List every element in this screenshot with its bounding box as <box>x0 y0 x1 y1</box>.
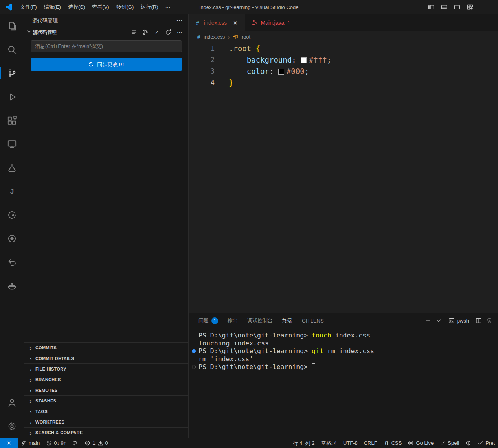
terminal-icon <box>448 317 455 324</box>
activity-bar-item-java[interactable]: J <box>0 179 24 203</box>
sidebar-section-tags[interactable]: ›TAGS <box>24 406 188 417</box>
sidebar-section-commits[interactable]: ›COMMITS <box>24 342 188 353</box>
braces-icon: {} <box>384 440 390 446</box>
close-icon[interactable]: × <box>231 18 239 27</box>
more-icon[interactable]: ··· <box>176 18 183 24</box>
status-branch[interactable]: main <box>18 438 43 448</box>
code-line: 3 color: #000; <box>189 66 498 77</box>
commit-message-input[interactable] <box>31 40 182 52</box>
menu-item-view[interactable]: 查看(V) <box>88 2 112 12</box>
status-language-mode-label: CSS <box>391 440 402 446</box>
graph-icon[interactable] <box>142 29 149 35</box>
layout-secondary-sidebar-icon[interactable] <box>454 4 460 10</box>
menu-item-go[interactable]: 转到(G) <box>113 2 138 12</box>
panel-tab-problems[interactable]: 问题1 <box>198 313 218 328</box>
more-icon[interactable]: ··· <box>176 29 183 35</box>
status-spell-checker[interactable]: Spell <box>437 438 462 448</box>
status-prettier[interactable]: Pret <box>474 438 498 448</box>
activity-bar-item-run-and-debug[interactable] <box>0 85 24 109</box>
status-encoding[interactable]: UTF-8 <box>340 438 361 448</box>
editor-tab-main-java[interactable]: Main.java1 <box>245 14 296 31</box>
split-terminal-icon[interactable] <box>476 317 482 324</box>
commit-check-icon[interactable]: ✓ <box>154 29 160 35</box>
sidebar-section-worktrees[interactable]: ›WORKTREES <box>24 417 188 427</box>
status-eol[interactable]: CRLF <box>361 438 380 448</box>
panel-tab-gitlens[interactable]: GITLENS <box>302 313 324 328</box>
breadcrumb-item-file[interactable]: #index.css <box>196 34 225 40</box>
java-file-icon <box>251 20 257 26</box>
sidebar-section-search-compare[interactable]: ›SEARCH & COMPARE <box>24 427 188 438</box>
sidebar-more-actions[interactable]: ··· <box>176 17 183 24</box>
vscode-logo-icon <box>5 3 13 11</box>
chevron-down-icon[interactable] <box>436 317 442 324</box>
docker-icon <box>7 281 17 291</box>
refresh-icon[interactable] <box>165 29 171 35</box>
menu-item-file[interactable]: 文件(F) <box>17 2 40 12</box>
activity-bar-item-search[interactable] <box>0 38 24 61</box>
status-cursor-position[interactable]: 行 4, 列 2 <box>290 438 318 448</box>
terminal[interactable]: PS D:\git\note\git-learning> touch index… <box>189 328 498 438</box>
trash-icon[interactable] <box>486 317 492 324</box>
line-number: 4 <box>189 77 215 88</box>
plus-icon[interactable] <box>425 317 431 324</box>
scm-section-header[interactable]: 源代码管理 ✓··· <box>24 28 188 37</box>
panel-tab-debug-console[interactable]: 调试控制台 <box>247 313 273 328</box>
menu-item-more[interactable]: ··· <box>162 3 174 12</box>
activity-bar-item-docker[interactable] <box>0 274 24 297</box>
activity-bar-item-source-control[interactable] <box>0 61 24 85</box>
status-source-control-graph[interactable] <box>69 438 81 448</box>
customize-layout-icon[interactable] <box>467 4 473 10</box>
sidebar-section-branches[interactable]: ›BRANCHES <box>24 374 188 385</box>
status-remote[interactable] <box>0 438 18 448</box>
status-go-live-label: Go Live <box>416 440 434 446</box>
sidebar-section-commit-details[interactable]: ›COMMIT DETAILS <box>24 353 188 363</box>
status-language-mode[interactable]: {}CSS <box>380 438 405 448</box>
activity-bar-item-timeline[interactable] <box>0 250 24 274</box>
layout-panel-icon[interactable] <box>441 4 447 10</box>
activity-bar-spacer <box>0 297 24 391</box>
status-go-live[interactable]: Go Live <box>405 438 437 448</box>
menu-item-selection[interactable]: 选择(S) <box>64 2 88 12</box>
status-prettier-label: Pret <box>485 440 495 446</box>
activity-bar-item-screencast[interactable] <box>0 227 24 250</box>
view-as-list-icon[interactable] <box>131 29 137 35</box>
color-swatch[interactable] <box>301 57 307 63</box>
activity-bar-item-testing[interactable] <box>0 156 24 179</box>
terminal-instance[interactable]: pwsh <box>448 317 469 324</box>
terminal-line: PS D:\git\note\git-learning> touch index… <box>198 332 498 339</box>
history-icon <box>7 257 17 267</box>
sidebar-section-stashes[interactable]: ›STASHES <box>24 395 188 406</box>
status-extension-indicator[interactable] <box>462 438 474 448</box>
panel-tab-terminal[interactable]: 终端 <box>282 313 292 328</box>
activity-bar-item-explorer[interactable] <box>0 14 24 38</box>
panel-tab-label: 问题 <box>198 317 209 324</box>
activity-bar-item-manage[interactable] <box>0 414 24 438</box>
sidebar-section-remotes[interactable]: ›REMOTES <box>24 385 188 395</box>
status-sync[interactable]: 0↓ 9↑ <box>43 438 69 448</box>
editor-tab-index-css[interactable]: #index.css× <box>189 14 245 31</box>
code-token <box>251 44 255 53</box>
activity-bar-item-gradle[interactable] <box>0 203 24 227</box>
menu-item-edit[interactable]: 编辑(E) <box>40 2 64 12</box>
status-problems[interactable]: 10 <box>81 438 111 448</box>
panel-tab-output[interactable]: 输出 <box>228 313 238 328</box>
status-sync-label: 0↓ 9↑ <box>54 440 66 446</box>
terminal-text: touch <box>312 332 331 339</box>
sync-changes-button[interactable]: 同步更改 9↑ <box>31 58 182 71</box>
extension-status-icon <box>465 440 471 446</box>
minimize-icon[interactable] <box>485 4 492 10</box>
activity-bar-item-remote-explorer[interactable] <box>0 132 24 156</box>
breadcrumb-item-symbol[interactable]: .root <box>232 34 250 40</box>
color-swatch[interactable] <box>278 69 284 75</box>
sidebar-title: 源代码管理 <box>32 17 176 24</box>
title-bar: 文件(F)编辑(E)选择(S)查看(V)转到(G)运行(R)··· index.… <box>0 0 498 14</box>
activity-bar-item-extensions[interactable] <box>0 109 24 132</box>
status-indentation[interactable]: 空格: 4 <box>318 438 340 448</box>
layout-sidebar-icon[interactable] <box>428 4 434 10</box>
chevron-right-icon: › <box>28 398 34 404</box>
sidebar-section-file-history[interactable]: ›FILE HISTORY <box>24 363 188 374</box>
status-bar-left: main0↓ 9↑10 <box>0 438 111 448</box>
code-editor[interactable]: 1.root {2 background: #fff;3 color: #000… <box>189 42 498 313</box>
menu-item-run[interactable]: 运行(R) <box>137 2 162 12</box>
activity-bar-item-accounts[interactable] <box>0 391 24 414</box>
